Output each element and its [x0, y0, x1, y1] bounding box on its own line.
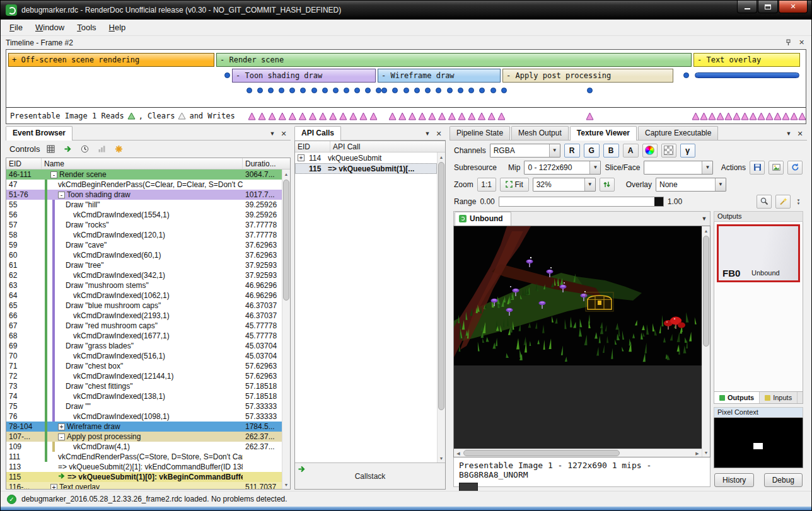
scroll-up-icon[interactable]: ▲: [282, 169, 290, 178]
write-markers[interactable]: [692, 112, 806, 120]
event-dot[interactable]: [333, 88, 339, 93]
event-row[interactable]: 74vkCmdDrawIndexed(138,1)57.18518: [6, 391, 282, 401]
event-dot[interactable]: [268, 88, 274, 93]
api-row[interactable]: +114vkQueueSubmit: [295, 152, 437, 163]
tab-pipeline-state[interactable]: Pipeline State: [450, 126, 510, 140]
timeline-bar[interactable]: - Render scene: [216, 53, 692, 67]
column-duration[interactable]: Duratio...: [243, 158, 290, 169]
overlay-dropdown[interactable]: None ▼: [656, 178, 726, 192]
scroll-track[interactable]: [282, 178, 290, 480]
scroll-thumb[interactable]: [438, 162, 444, 410]
expander-plus[interactable]: +: [58, 423, 65, 430]
event-dot[interactable]: [289, 88, 295, 93]
event-dot[interactable]: [279, 88, 284, 93]
event-row[interactable]: 70vkCmdDrawIndexed(516,1)45.03704: [6, 351, 282, 361]
menu-item-window[interactable]: Window: [29, 20, 71, 35]
expander-minus[interactable]: -: [58, 192, 65, 198]
scroll-left-icon[interactable]: ◀: [454, 449, 463, 457]
save-texture-button[interactable]: [750, 161, 765, 175]
column-eid[interactable]: EID: [6, 158, 42, 169]
merged-events-bar[interactable]: [695, 72, 799, 78]
zoom-dropdown[interactable]: 32% ▼: [533, 178, 596, 192]
scroll-thumb[interactable]: [703, 236, 709, 347]
pixel-context-view[interactable]: [714, 418, 803, 468]
event-dot[interactable]: [490, 88, 496, 93]
channel-a-button[interactable]: A: [623, 144, 639, 158]
event-dot[interactable]: [300, 88, 306, 93]
event-dot[interactable]: [683, 72, 689, 78]
tab-inputs[interactable]: Inputs: [760, 392, 798, 403]
event-dot[interactable]: [257, 88, 263, 93]
event-row[interactable]: 51-76-Toon shading draw1017.7...: [6, 190, 282, 200]
dock-menu-icon[interactable]: ▼: [784, 129, 794, 139]
channels-dropdown[interactable]: RGBA ▼: [490, 144, 560, 158]
refresh-button[interactable]: [787, 161, 803, 175]
scroll-down-icon[interactable]: ▼: [702, 448, 710, 457]
scroll-track[interactable]: [438, 161, 445, 454]
debug-button[interactable]: Debug: [764, 473, 803, 487]
event-dot[interactable]: [344, 88, 349, 93]
event-row[interactable]: 68vkCmdDrawIndexed(1677,1)45.77778: [6, 331, 282, 341]
event-dot[interactable]: [501, 88, 507, 93]
dock-close-icon[interactable]: ✕: [795, 129, 805, 139]
zoom-fit-button[interactable]: Fit: [500, 178, 529, 192]
event-dot[interactable]: [381, 88, 387, 93]
tab-texture-viewer[interactable]: Texture Viewer: [570, 126, 637, 141]
menu-item-file[interactable]: File: [3, 20, 29, 35]
texture-image[interactable]: [454, 226, 710, 365]
alpha-background-button[interactable]: [661, 144, 676, 158]
minimize-button[interactable]: [737, 1, 757, 13]
expander-plus[interactable]: +: [298, 154, 304, 161]
scroll-thumb[interactable]: [463, 450, 620, 456]
mip-dropdown[interactable]: 0 - 1272x690 ▼: [524, 161, 601, 175]
texture-display[interactable]: ▲ ▼ ◀ ▶: [453, 226, 710, 457]
texture-list-chevron-icon[interactable]: ▼: [699, 213, 710, 224]
goto-eid-icon[interactable]: [61, 143, 74, 156]
event-dot[interactable]: [403, 88, 409, 93]
event-row[interactable]: 56vkCmdDrawIndexed(1554,1)39.25926: [6, 210, 282, 220]
event-dot[interactable]: [365, 88, 371, 93]
pin-icon[interactable]: [784, 38, 793, 47]
event-row[interactable]: 111vkCmdEndRenderPass(C=Store, D=Store, …: [6, 452, 282, 462]
history-button[interactable]: History: [714, 473, 754, 487]
event-dot[interactable]: [376, 88, 381, 93]
channel-b-button[interactable]: B: [603, 144, 619, 158]
event-row[interactable]: 58vkCmdDrawIndexed(120,1)37.77778: [6, 230, 282, 240]
expander-plus[interactable]: +: [50, 484, 57, 490]
event-row[interactable]: 78-104+Wireframe draw1784.5...: [6, 422, 282, 432]
fb0-thumbnail[interactable]: FB0 Unbound: [717, 224, 800, 282]
channel-r-button[interactable]: R: [564, 144, 580, 158]
event-row[interactable]: 59Draw "cave"37.62963: [6, 240, 282, 250]
range-handle[interactable]: [654, 197, 663, 206]
range-slider[interactable]: [499, 197, 664, 207]
scroll-down-icon[interactable]: ▼: [282, 480, 290, 489]
event-row[interactable]: 71Draw "chest box"57.62963: [6, 361, 282, 371]
event-dot[interactable]: [425, 88, 431, 93]
zoom-1to1-button[interactable]: 1:1: [477, 178, 496, 192]
event-row[interactable]: 47vkCmdBeginRenderPass(C=Clear, D=Clear,…: [6, 180, 282, 190]
dock-close-icon[interactable]: ✕: [279, 129, 289, 139]
timeline-dock-header[interactable]: Timeline - Frame #2 ✕: [1, 36, 811, 49]
event-dot[interactable]: [392, 88, 398, 93]
texture-hscrollbar[interactable]: ◀ ▶: [454, 449, 702, 457]
scroll-thumb[interactable]: [283, 180, 289, 301]
timeline-bar[interactable]: - Text overlay: [693, 53, 800, 67]
stats-icon[interactable]: [95, 143, 108, 156]
autofit-range-button[interactable]: [775, 195, 791, 209]
tab-capture-executable[interactable]: Capture Executable: [638, 126, 718, 140]
settings-icon[interactable]: [112, 143, 125, 156]
event-dot[interactable]: [246, 88, 252, 93]
tab-api-calls[interactable]: API Calls: [294, 126, 341, 141]
close-button[interactable]: ✕: [779, 1, 808, 13]
tab-event-browser[interactable]: Event Browser: [6, 126, 72, 141]
time-durations-icon[interactable]: [78, 143, 91, 156]
event-row[interactable]: 76vkCmdDrawIndexed(1098,1)57.33333: [6, 411, 282, 422]
scroll-up-icon[interactable]: ▲: [702, 226, 710, 235]
column-eid[interactable]: EID: [295, 141, 330, 152]
scroll-up-icon[interactable]: ▲: [438, 152, 445, 161]
open-texture-list-button[interactable]: [768, 161, 784, 175]
timeline-grid-icon[interactable]: [44, 143, 57, 156]
timeline-bar[interactable]: - Toon shading draw: [232, 69, 376, 83]
event-dot[interactable]: [311, 88, 317, 93]
expander-minus[interactable]: -: [50, 171, 57, 178]
